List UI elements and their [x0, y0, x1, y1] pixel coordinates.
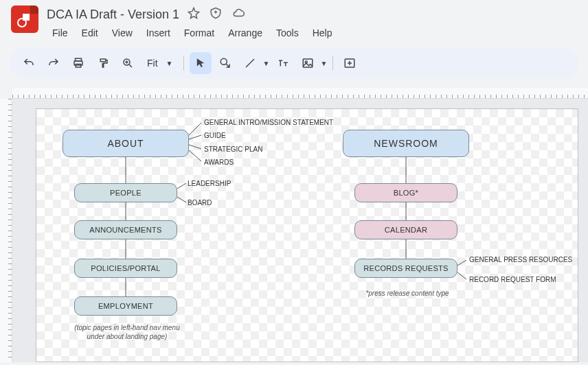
menu-tools[interactable]: Tools: [271, 25, 304, 41]
annotation[interactable]: BOARD: [188, 199, 212, 207]
node-label: NEWSROOM: [374, 138, 438, 149]
footnote[interactable]: (topic pages in left-hand nav menu under…: [65, 323, 189, 341]
document-title[interactable]: DCA IA Draft - Version 1: [47, 8, 179, 22]
svg-rect-5: [304, 59, 313, 67]
svg-line-16: [457, 260, 466, 266]
star-icon[interactable]: [188, 7, 200, 22]
svg-line-11: [189, 145, 201, 149]
annotation[interactable]: GENERAL INTRO/MISSION STATEMENT: [204, 119, 333, 126]
vertical-ruler[interactable]: [0, 99, 12, 362]
chevron-down-icon: ▼: [262, 60, 269, 67]
menu-bar: File Edit View Insert Format Arrange Too…: [47, 25, 337, 41]
chevron-down-icon: ▼: [320, 60, 327, 67]
page[interactable]: ABOUT GENERAL INTRO/MISSION STATEMENT GU…: [36, 108, 578, 362]
annotation[interactable]: GUIDE: [204, 132, 226, 139]
menu-insert[interactable]: Insert: [141, 25, 176, 41]
node-records[interactable]: RECORDS REQUESTS: [354, 259, 457, 278]
annotation[interactable]: RECORD REQUEST FORM: [469, 276, 556, 283]
node-announcements[interactable]: ANNOUNCEMENTS: [74, 220, 177, 239]
svg-line-14: [177, 197, 186, 202]
node-label: ABOUT: [107, 138, 144, 149]
app-icon[interactable]: [11, 5, 38, 33]
shape-tool-button[interactable]: [214, 52, 236, 74]
zoom-dropdown[interactable]: Fit ▼: [142, 58, 178, 69]
menu-view[interactable]: View: [106, 25, 138, 41]
node-label: EMPLOYMENT: [98, 302, 153, 310]
select-tool-button[interactable]: [190, 52, 212, 74]
menu-arrange[interactable]: Arrange: [223, 25, 268, 41]
undo-button[interactable]: [18, 52, 40, 74]
line-tool-button[interactable]: ▼: [239, 52, 269, 74]
workspace: ABOUT GENERAL INTRO/MISSION STATEMENT GU…: [0, 88, 588, 362]
toolbar-separator: [332, 56, 333, 71]
print-button[interactable]: [67, 52, 89, 74]
node-label: RECORDS REQUESTS: [363, 264, 448, 272]
menu-edit[interactable]: Edit: [76, 25, 104, 41]
zoom-tool-button[interactable]: [117, 52, 139, 74]
horizontal-ruler[interactable]: [12, 88, 588, 99]
svg-line-10: [189, 135, 201, 139]
comment-button[interactable]: [339, 52, 361, 74]
menu-help[interactable]: Help: [307, 25, 338, 41]
toolbar-separator: [183, 56, 184, 71]
toolbar: Fit ▼ ▼ ▼: [10, 48, 578, 78]
annotation[interactable]: LEADERSHIP: [188, 180, 231, 187]
svg-line-9: [189, 123, 201, 135]
menu-format[interactable]: Format: [179, 25, 220, 41]
node-calendar[interactable]: CALENDAR: [354, 220, 457, 239]
image-tool-button[interactable]: ▼: [297, 52, 327, 74]
annotation[interactable]: GENERAL PRESS RESOURCES: [469, 256, 572, 263]
node-people[interactable]: PEOPLE: [74, 183, 177, 202]
node-policies[interactable]: POLICIES/PORTAL: [74, 259, 177, 278]
menu-file[interactable]: File: [47, 25, 74, 41]
node-newsroom[interactable]: NEWSROOM: [343, 130, 469, 157]
annotation[interactable]: AWARDS: [204, 158, 234, 166]
node-label: CALENDAR: [385, 226, 427, 234]
node-label: PEOPLE: [110, 189, 142, 197]
node-employment[interactable]: EMPLOYMENT: [74, 296, 177, 316]
node-label: POLICIES/PORTAL: [91, 264, 160, 272]
cloud-status-icon[interactable]: [231, 7, 245, 22]
canvas[interactable]: ABOUT GENERAL INTRO/MISSION STATEMENT GU…: [12, 99, 588, 362]
paint-format-button[interactable]: [92, 52, 114, 74]
text-tool-button[interactable]: [272, 52, 294, 74]
node-label: BLOG*: [394, 189, 418, 197]
zoom-label: Fit: [147, 58, 158, 69]
svg-line-17: [457, 272, 466, 279]
chevron-down-icon: ▼: [166, 60, 173, 67]
footnote[interactable]: *press release content type: [346, 289, 469, 298]
move-icon[interactable]: [210, 7, 222, 22]
annotation[interactable]: STRATEGIC PLAN: [204, 145, 262, 153]
svg-line-12: [189, 150, 201, 161]
redo-button[interactable]: [43, 52, 65, 74]
node-blog[interactable]: BLOG*: [354, 183, 457, 202]
node-about[interactable]: ABOUT: [63, 130, 189, 157]
svg-line-13: [177, 183, 186, 189]
node-label: ANNOUNCEMENTS: [89, 226, 161, 234]
